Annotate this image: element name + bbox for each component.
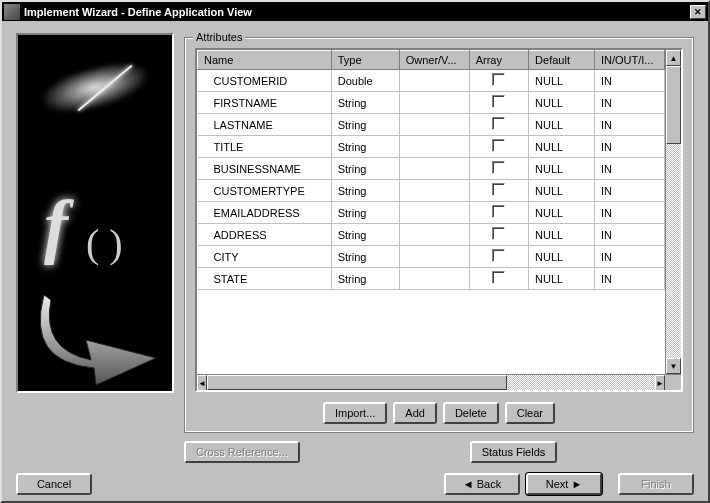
delete-button[interactable]: Delete: [443, 402, 499, 424]
col-io[interactable]: IN/OUT/I...: [594, 51, 664, 70]
cell-type[interactable]: Double: [331, 70, 399, 92]
array-checkbox[interactable]: [492, 95, 505, 108]
cell-default[interactable]: NULL: [529, 136, 595, 158]
cross-reference-button[interactable]: Cross Reference...: [184, 441, 300, 463]
cell-default[interactable]: NULL: [529, 202, 595, 224]
col-default[interactable]: Default: [529, 51, 595, 70]
cell-owner[interactable]: [399, 202, 469, 224]
cell-default[interactable]: NULL: [529, 92, 595, 114]
horizontal-scrollbar[interactable]: ◄ ►: [197, 374, 681, 390]
cell-io[interactable]: IN: [594, 70, 664, 92]
hscroll-thumb[interactable]: [207, 375, 507, 390]
hscroll-track[interactable]: [207, 375, 655, 390]
scroll-up-button[interactable]: ▲: [666, 50, 681, 66]
cell-array[interactable]: [469, 180, 528, 202]
cell-default[interactable]: NULL: [529, 114, 595, 136]
cell-array[interactable]: [469, 92, 528, 114]
table-row[interactable]: FIRSTNAMEStringNULLIN: [198, 92, 665, 114]
cell-default[interactable]: NULL: [529, 180, 595, 202]
scroll-thumb[interactable]: [666, 66, 681, 144]
table-row[interactable]: ADDRESSStringNULLIN: [198, 224, 665, 246]
cell-owner[interactable]: [399, 70, 469, 92]
table-row[interactable]: STATEStringNULLIN: [198, 268, 665, 290]
add-button[interactable]: Add: [393, 402, 437, 424]
clear-button[interactable]: Clear: [505, 402, 555, 424]
cell-name[interactable]: STATE: [198, 268, 332, 290]
table-row[interactable]: LASTNAMEStringNULLIN: [198, 114, 665, 136]
cell-io[interactable]: IN: [594, 246, 664, 268]
table-row[interactable]: CUSTOMERTYPEStringNULLIN: [198, 180, 665, 202]
cell-array[interactable]: [469, 246, 528, 268]
cell-array[interactable]: [469, 268, 528, 290]
array-checkbox[interactable]: [492, 205, 505, 218]
cell-default[interactable]: NULL: [529, 268, 595, 290]
cell-name[interactable]: CUSTOMERTYPE: [198, 180, 332, 202]
cell-type[interactable]: String: [331, 158, 399, 180]
cell-default[interactable]: NULL: [529, 70, 595, 92]
cell-type[interactable]: String: [331, 246, 399, 268]
scroll-down-button[interactable]: ▼: [666, 358, 681, 374]
table-row[interactable]: TITLEStringNULLIN: [198, 136, 665, 158]
cell-type[interactable]: String: [331, 202, 399, 224]
cell-io[interactable]: IN: [594, 158, 664, 180]
table-row[interactable]: CITYStringNULLIN: [198, 246, 665, 268]
array-checkbox[interactable]: [492, 161, 505, 174]
cell-type[interactable]: String: [331, 268, 399, 290]
col-name[interactable]: Name: [198, 51, 332, 70]
close-button[interactable]: ✕: [690, 5, 706, 19]
cell-default[interactable]: NULL: [529, 246, 595, 268]
col-array[interactable]: Array: [469, 51, 528, 70]
cell-io[interactable]: IN: [594, 268, 664, 290]
cell-name[interactable]: ADDRESS: [198, 224, 332, 246]
cell-io[interactable]: IN: [594, 224, 664, 246]
table-row[interactable]: EMAILADDRESSStringNULLIN: [198, 202, 665, 224]
cell-io[interactable]: IN: [594, 180, 664, 202]
cell-array[interactable]: [469, 202, 528, 224]
cell-name[interactable]: TITLE: [198, 136, 332, 158]
cell-type[interactable]: String: [331, 114, 399, 136]
array-checkbox[interactable]: [492, 183, 505, 196]
next-button[interactable]: Next ►: [526, 473, 602, 495]
cell-array[interactable]: [469, 70, 528, 92]
cell-array[interactable]: [469, 224, 528, 246]
array-checkbox[interactable]: [492, 227, 505, 240]
scroll-left-button[interactable]: ◄: [197, 375, 207, 391]
cell-name[interactable]: CUSTOMERID: [198, 70, 332, 92]
cell-name[interactable]: BUSINESSNAME: [198, 158, 332, 180]
cell-owner[interactable]: [399, 136, 469, 158]
table-row[interactable]: CUSTOMERIDDoubleNULLIN: [198, 70, 665, 92]
cell-default[interactable]: NULL: [529, 224, 595, 246]
cell-array[interactable]: [469, 114, 528, 136]
cell-io[interactable]: IN: [594, 114, 664, 136]
cell-array[interactable]: [469, 158, 528, 180]
array-checkbox[interactable]: [492, 249, 505, 262]
array-checkbox[interactable]: [492, 117, 505, 130]
cell-owner[interactable]: [399, 180, 469, 202]
cell-owner[interactable]: [399, 224, 469, 246]
cell-owner[interactable]: [399, 158, 469, 180]
cell-owner[interactable]: [399, 268, 469, 290]
cell-type[interactable]: String: [331, 224, 399, 246]
scroll-track[interactable]: [666, 66, 681, 358]
cell-name[interactable]: EMAILADDRESS: [198, 202, 332, 224]
cell-owner[interactable]: [399, 114, 469, 136]
cell-io[interactable]: IN: [594, 92, 664, 114]
cell-default[interactable]: NULL: [529, 158, 595, 180]
scroll-right-button[interactable]: ►: [655, 375, 665, 391]
cell-name[interactable]: CITY: [198, 246, 332, 268]
col-type[interactable]: Type: [331, 51, 399, 70]
cell-owner[interactable]: [399, 246, 469, 268]
cell-array[interactable]: [469, 136, 528, 158]
cell-type[interactable]: String: [331, 136, 399, 158]
cell-io[interactable]: IN: [594, 202, 664, 224]
vertical-scrollbar[interactable]: ▲ ▼: [665, 50, 681, 374]
back-button[interactable]: ◄ Back: [444, 473, 520, 495]
col-owner[interactable]: Owner/V...: [399, 51, 469, 70]
cell-name[interactable]: FIRSTNAME: [198, 92, 332, 114]
status-fields-button[interactable]: Status Fields: [470, 441, 558, 463]
cell-type[interactable]: String: [331, 180, 399, 202]
cell-owner[interactable]: [399, 92, 469, 114]
finish-button[interactable]: Finish: [618, 473, 694, 495]
cancel-button[interactable]: Cancel: [16, 473, 92, 495]
table-row[interactable]: BUSINESSNAMEStringNULLIN: [198, 158, 665, 180]
